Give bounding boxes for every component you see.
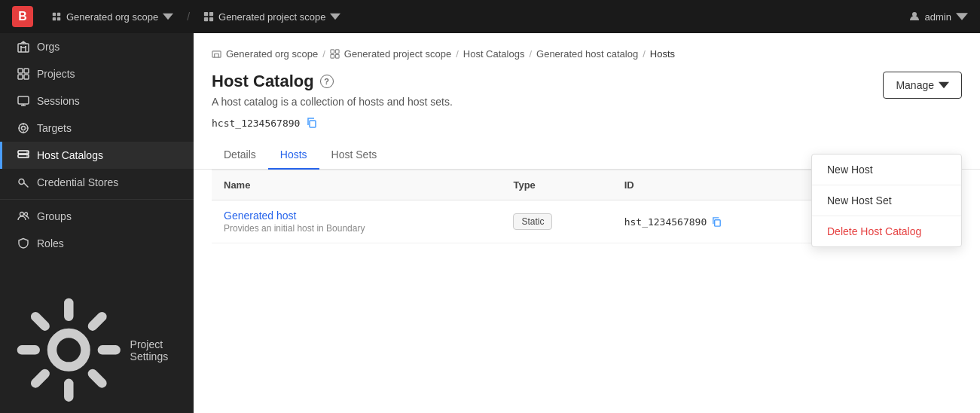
breadcrumb-project-link[interactable]: Generated project scope xyxy=(344,48,451,60)
sidebar-footer-project-settings[interactable]: Project Settings xyxy=(0,287,194,413)
main-content: Generated org scope / Generated project … xyxy=(194,33,980,413)
host-id: hst_1234567890 xyxy=(624,216,707,228)
copy-icon[interactable] xyxy=(306,117,318,129)
sidebar-item-orgs-label: Orgs xyxy=(37,41,60,53)
copy-host-id-icon[interactable] xyxy=(711,216,722,228)
svg-rect-0 xyxy=(53,13,56,16)
svg-point-21 xyxy=(26,151,28,153)
catalog-id: hcst_1234567890 xyxy=(212,118,300,129)
svg-rect-31 xyxy=(335,54,339,58)
svg-rect-11 xyxy=(25,46,26,47)
tab-details[interactable]: Details xyxy=(212,141,268,170)
svg-rect-6 xyxy=(204,17,208,21)
page-subtitle: A host catalog is a collection of hosts … xyxy=(212,96,453,108)
svg-rect-2 xyxy=(53,17,56,20)
project-scope-selector[interactable]: Generated project scope xyxy=(197,8,347,26)
breadcrumb-sep-4: / xyxy=(643,48,646,60)
svg-rect-29 xyxy=(335,50,339,54)
settings-icon xyxy=(15,296,123,404)
project-scope-label: Generated project scope xyxy=(218,11,325,23)
top-nav: B Generated org scope / Generated projec… xyxy=(0,0,980,33)
host-name-sub: Provides an initial host in Boundary xyxy=(224,223,489,234)
breadcrumb-sep-1: / xyxy=(322,48,325,60)
breadcrumb-host-catalog-link[interactable]: Generated host catalog xyxy=(536,48,638,60)
dropdown-new-host[interactable]: New Host xyxy=(812,154,961,185)
svg-rect-7 xyxy=(209,17,213,21)
tab-hosts[interactable]: Hosts xyxy=(268,141,319,170)
svg-point-23 xyxy=(19,179,24,185)
sidebar-item-targets-label: Targets xyxy=(37,122,72,134)
host-name-link[interactable]: Generated host xyxy=(224,210,297,222)
sidebar-footer-label: Project Settings xyxy=(130,338,179,363)
users-icon xyxy=(17,210,29,222)
org-scope-label: Generated org scope xyxy=(66,11,158,23)
sidebar-item-host-catalogs[interactable]: Host Catalogs xyxy=(0,142,194,169)
col-type: Type xyxy=(501,170,612,200)
org-icon xyxy=(51,11,62,22)
svg-rect-3 xyxy=(57,17,60,20)
svg-rect-14 xyxy=(18,75,23,79)
svg-rect-13 xyxy=(24,69,29,73)
svg-rect-12 xyxy=(18,69,23,73)
breadcrumb-org-link[interactable]: Generated org scope xyxy=(226,48,318,60)
svg-rect-5 xyxy=(209,12,213,16)
host-type-cell: Static xyxy=(501,200,612,243)
sidebar-item-targets[interactable]: Targets xyxy=(0,115,194,142)
svg-point-22 xyxy=(26,155,28,157)
col-id: ID xyxy=(612,170,827,200)
project-icon xyxy=(203,11,214,22)
host-id-cell: hst_1234567890 xyxy=(612,200,827,243)
page-title-area: Host Catalog ? A host catalog is a colle… xyxy=(212,72,453,108)
page-header: Host Catalog ? A host catalog is a colle… xyxy=(194,60,980,108)
breadcrumb-project-icon xyxy=(330,49,340,59)
org-scope-selector[interactable]: Generated org scope xyxy=(45,8,179,26)
catalog-id-row: hcst_1234567890 xyxy=(194,108,980,138)
key-icon xyxy=(17,176,29,188)
grid-icon xyxy=(17,68,29,80)
svg-rect-4 xyxy=(204,12,208,16)
sidebar-item-projects[interactable]: Projects xyxy=(0,60,194,87)
breadcrumb-org: Generated org scope xyxy=(212,48,318,60)
svg-rect-10 xyxy=(20,46,22,47)
dropdown-new-host-set[interactable]: New Host Set xyxy=(812,185,961,216)
sidebar-divider xyxy=(0,199,194,200)
monitor-icon xyxy=(17,95,29,107)
sidebar-item-groups-label: Groups xyxy=(37,210,72,222)
col-name: Name xyxy=(212,170,501,200)
sidebar-item-credential-stores[interactable]: Credential Stores xyxy=(0,169,194,196)
svg-rect-15 xyxy=(24,75,29,79)
app-logo: B xyxy=(12,6,33,27)
breadcrumb-host-catalogs-link[interactable]: Host Catalogs xyxy=(463,48,525,60)
svg-rect-30 xyxy=(331,54,334,58)
manage-dropdown: New Host New Host Set Delete Host Catalo… xyxy=(811,154,962,247)
manage-button[interactable]: Manage xyxy=(883,72,962,99)
sidebar: Orgs Projects Sessions Targets Host Cata… xyxy=(0,33,194,413)
nav-separator: / xyxy=(187,11,190,23)
shield-icon xyxy=(17,237,29,249)
user-icon xyxy=(908,11,920,23)
sidebar-item-sessions[interactable]: Sessions xyxy=(0,87,194,115)
user-chevron-icon xyxy=(956,11,968,23)
manage-chevron-icon xyxy=(939,80,949,90)
host-type-badge: Static xyxy=(513,213,552,230)
tab-host-sets[interactable]: Host Sets xyxy=(319,141,389,170)
dropdown-delete-catalog[interactable]: Delete Host Catalog xyxy=(812,216,961,246)
sidebar-item-projects-label: Projects xyxy=(37,68,75,80)
breadcrumb-sep-3: / xyxy=(529,48,532,60)
svg-point-24 xyxy=(20,213,24,216)
sidebar-item-credential-stores-label: Credential Stores xyxy=(37,176,118,188)
page-title: Host Catalog ? xyxy=(212,72,453,91)
sidebar-item-groups[interactable]: Groups xyxy=(0,203,194,230)
server-icon xyxy=(17,149,29,161)
breadcrumb: Generated org scope / Generated project … xyxy=(194,33,980,60)
username-label: admin xyxy=(925,11,951,23)
svg-point-25 xyxy=(25,213,28,216)
sidebar-item-roles-label: Roles xyxy=(37,237,64,249)
help-button[interactable]: ? xyxy=(320,75,334,88)
app-layout: Orgs Projects Sessions Targets Host Cata… xyxy=(0,33,980,413)
svg-rect-32 xyxy=(310,121,316,127)
user-menu[interactable]: admin xyxy=(908,11,968,23)
sidebar-item-orgs[interactable]: Orgs xyxy=(0,33,194,60)
sidebar-item-roles[interactable]: Roles xyxy=(0,230,194,257)
svg-rect-28 xyxy=(331,50,334,54)
